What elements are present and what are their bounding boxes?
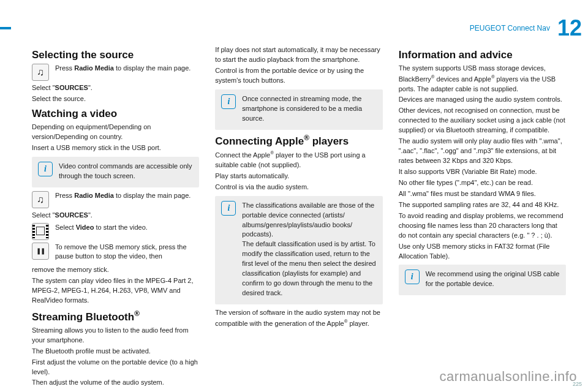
step-text: To remove the USB memory stick, press th… xyxy=(55,243,199,262)
step-text: Select Video to start the video. xyxy=(55,223,148,233)
heading-selecting-source: Selecting the source xyxy=(32,49,199,61)
heading-connecting-apple: Connecting Apple® players xyxy=(215,134,382,148)
header-accent-bar xyxy=(0,27,11,29)
step-select-source: Select the source. xyxy=(32,94,199,104)
bt-p5: If play does not start automatically, it… xyxy=(215,45,382,65)
page-header: PEUGEOT Connect Nav 12 xyxy=(0,0,588,39)
column-1: Selecting the source Press Radio Media t… xyxy=(32,45,199,389)
watermark: carmanualsonline.info xyxy=(439,369,577,385)
info-text: The classifications available are those … xyxy=(242,201,376,298)
page-number: 225 xyxy=(573,381,582,387)
step-select-video: Select Video to start the video. xyxy=(32,223,199,240)
bt-p2: The Bluetooth profile must be activated. xyxy=(32,347,199,356)
info-streaming-source: i Once connected in streaming mode, the … xyxy=(215,89,382,130)
ia-p4: The audio system will only play audio fi… xyxy=(399,137,566,166)
column-2: If play does not start automatically, it… xyxy=(215,45,382,389)
column-3: Information and advice The system suppor… xyxy=(399,45,566,389)
bt-p4: Then adjust the volume of the audio syst… xyxy=(32,378,199,388)
info-text: Once connected in streaming mode, the sm… xyxy=(242,94,376,124)
video-insert-usb: Insert a USB memory stick in the USB por… xyxy=(32,143,199,153)
info-usb-cable: i We recommend using the original USB ca… xyxy=(399,265,566,295)
music-note-icon xyxy=(32,191,49,208)
info-classifications: i The classifications available are thos… xyxy=(215,196,382,304)
music-note-icon xyxy=(32,64,49,81)
bt-p6: Control is from the portable device or b… xyxy=(215,66,382,86)
info-icon: i xyxy=(221,201,236,216)
info-text: We recommend using the original USB cabl… xyxy=(426,270,560,289)
ia-p9: To avoid reading and display problems, w… xyxy=(399,211,566,241)
header-title: PEUGEOT Connect Nav xyxy=(470,24,550,32)
step-select-sources: Select "SOURCES". xyxy=(32,83,199,93)
step-radio-media-1: Press Radio Media to display the main pa… xyxy=(32,64,199,81)
info-touch-screen: i Video control commands are accessible … xyxy=(32,157,199,187)
ia-p8: The supported sampling rates are 32, 44 … xyxy=(399,200,566,210)
ap-p3: Control is via the audio system. xyxy=(215,183,382,192)
info-icon: i xyxy=(38,162,53,176)
content-columns: Selecting the source Press Radio Media t… xyxy=(0,39,588,389)
heading-information-advice: Information and advice xyxy=(399,49,566,61)
ia-p2: Devices are managed using the audio syst… xyxy=(399,95,566,105)
heading-streaming-bluetooth: Streaming Bluetooth® xyxy=(32,309,199,323)
step-radio-media-2: Press Radio Media to display the main pa… xyxy=(32,191,199,208)
ia-p5: It also supports VBR (Variable Bit Rate)… xyxy=(399,167,566,177)
film-icon xyxy=(32,223,49,240)
info-text: Video control commands are accessible on… xyxy=(59,162,193,181)
step-pause-remove: To remove the USB memory stick, press th… xyxy=(32,243,199,263)
ia-p3: Other devices, not recognised on connect… xyxy=(399,106,566,135)
info-icon: i xyxy=(405,270,420,284)
ia-p10: Use only USB memory sticks in FAT32 form… xyxy=(399,242,566,262)
ia-p6: No other file types (".mp4", etc.) can b… xyxy=(399,178,566,188)
video-depends: Depending on equipment/Depending on vers… xyxy=(32,123,199,142)
step-text: Press Radio Media to display the main pa… xyxy=(55,64,190,74)
heading-watching-video: Watching a video xyxy=(32,108,199,120)
chapter-number: 12 xyxy=(557,17,582,39)
ia-p1: The system supports USB mass storage dev… xyxy=(399,64,566,94)
video-formats: The system can play video files in the M… xyxy=(32,276,199,306)
header-right: PEUGEOT Connect Nav 12 xyxy=(470,17,588,39)
pause-icon xyxy=(32,243,49,260)
bt-p3: First adjust the volume on the portable … xyxy=(32,358,199,377)
ap-p1: Connect the Apple® player to the USB por… xyxy=(215,149,382,170)
bt-p1: Streaming allows you to listen to the au… xyxy=(32,326,199,345)
info-icon: i xyxy=(221,94,236,109)
ap-p2: Play starts automatically. xyxy=(215,172,382,181)
ap-p4: The version of software in the audio sys… xyxy=(215,308,382,329)
step-select-sources-2: Select "SOURCES". xyxy=(32,211,199,221)
ia-p7: All ".wma" files must be standard WMA 9 … xyxy=(399,189,566,199)
step-text: Press Radio Media to display the main pa… xyxy=(55,191,190,201)
step-remove-cont: remove the memory stick. xyxy=(32,265,199,275)
